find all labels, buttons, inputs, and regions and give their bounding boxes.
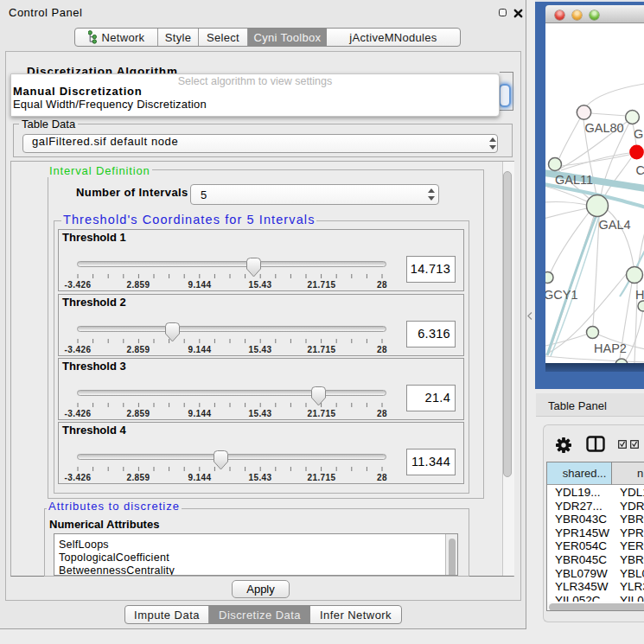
svg-text:C: C — [636, 163, 644, 177]
svg-text:GAL4: GAL4 — [599, 218, 631, 232]
svg-text:HAP2: HAP2 — [594, 341, 627, 355]
svg-text:G.: G. — [634, 127, 644, 141]
svg-text:GAL11: GAL11 — [555, 173, 593, 187]
svg-text:GAL80: GAL80 — [585, 121, 624, 135]
svg-text:GCY1: GCY1 — [545, 288, 578, 302]
svg-text:H: H — [635, 288, 644, 302]
